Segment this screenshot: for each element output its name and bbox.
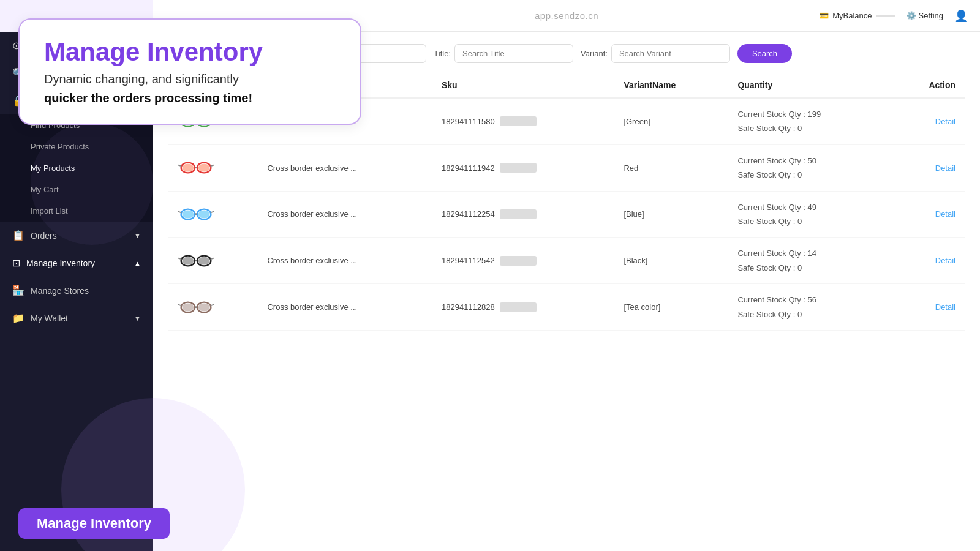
detail-link[interactable]: Detail	[935, 302, 956, 312]
header-actions: 💳 MyBalance ⚙️ Setting 👤	[819, 9, 968, 23]
detail-link[interactable]: Detail	[935, 163, 956, 173]
sidebar-item-manage-stores[interactable]: 🏪 Manage Stores	[0, 277, 153, 304]
sidebar-item-manage-stores-label: Manage Stores	[31, 286, 141, 296]
sku-blur	[500, 209, 537, 219]
svg-line-19	[178, 211, 181, 212]
chevron-up-icon-2: ▲	[134, 260, 141, 267]
action-cell: Detail	[892, 191, 965, 238]
sku-cell: 182941112254	[432, 191, 614, 238]
action-cell: Detail	[892, 144, 965, 191]
title-input[interactable]	[454, 44, 573, 63]
svg-point-10	[183, 164, 194, 172]
sidebar-item-private-products[interactable]: Private Products	[0, 136, 153, 157]
sku-blur	[500, 116, 537, 126]
product-submenu: Find Products Private Products My Produc…	[0, 114, 153, 222]
user-icon[interactable]: 👤	[954, 9, 968, 23]
sku-prefix: 182941111580	[442, 117, 495, 126]
title-cell: Cross border exclusive ...	[257, 284, 432, 331]
svg-point-24	[183, 257, 194, 264]
col-sku: Sku	[432, 73, 614, 98]
chevron-down-icon: ▼	[134, 232, 141, 239]
current-stock: Current Stock Qty : 50	[737, 154, 881, 168]
svg-line-12	[178, 165, 181, 166]
wallet-icon: 💳	[819, 11, 829, 20]
table-row: Cross border exclusive ... 182941112542 …	[168, 238, 965, 284]
sku-blur	[500, 302, 537, 312]
product-cell	[168, 284, 257, 331]
manage-stores-icon: 🏪	[12, 285, 24, 296]
current-stock: Current Stock Qty : 14	[737, 246, 881, 260]
variant-cell: [Tea color]	[614, 284, 728, 331]
title-cell: Cross border exclusive ...	[257, 144, 432, 191]
sku-prefix: 182941112254	[442, 209, 495, 219]
action-cell: Detail	[892, 238, 965, 284]
glasses-icon	[178, 203, 214, 225]
table-row: Cross border exclusive ... 182941112254 …	[168, 191, 965, 238]
svg-point-25	[198, 257, 210, 264]
balance-value	[876, 15, 895, 17]
svg-line-20	[211, 211, 214, 212]
svg-line-34	[211, 304, 214, 305]
wallet-icon-sidebar: 📁	[12, 312, 24, 324]
sku-cell: 182941111580	[432, 98, 614, 144]
setting-label: Setting	[919, 11, 943, 20]
my-balance-button[interactable]: 💳 MyBalance	[819, 11, 895, 20]
product-cell	[168, 144, 257, 191]
glasses-icon	[178, 157, 214, 179]
svg-line-33	[178, 304, 181, 305]
glasses-icon	[178, 250, 214, 272]
table-row: Cross border exclusive ... 182941112828 …	[168, 284, 965, 331]
setting-icon: ⚙️	[907, 11, 916, 20]
variant-filter-group: Variant:	[581, 44, 730, 63]
detail-link[interactable]: Detail	[935, 209, 956, 219]
svg-line-13	[211, 165, 214, 166]
sidebar-item-orders[interactable]: 📋 Orders ▼	[0, 222, 153, 249]
domain-label: app.sendzo.cn	[535, 10, 598, 21]
chevron-down-icon-2: ▼	[134, 315, 141, 322]
quantity-cell: Current Stock Qty : 14 Safe Stock Qty : …	[728, 238, 891, 284]
setting-button[interactable]: ⚙️ Setting	[907, 11, 943, 20]
quantity-cell: Current Stock Qty : 56 Safe Stock Qty : …	[728, 284, 891, 331]
action-cell: Detail	[892, 284, 965, 331]
svg-line-26	[178, 258, 181, 259]
sidebar-item-my-products[interactable]: My Products	[0, 157, 153, 179]
quantity-cell: Current Stock Qty : 50 Safe Stock Qty : …	[728, 144, 891, 191]
variant-input[interactable]	[611, 44, 730, 63]
title-label: Title:	[434, 49, 451, 58]
action-cell: Detail	[892, 98, 965, 144]
variant-label: Variant:	[581, 49, 608, 58]
variant-cell: [Black]	[614, 238, 728, 284]
svg-point-17	[183, 210, 194, 218]
svg-point-11	[198, 164, 210, 172]
col-variant: VariantName	[614, 73, 728, 98]
table-row: Cross border exclusive ... 182941111942 …	[168, 144, 965, 191]
sidebar-item-manage-inventory[interactable]: ⊡ Manage Inventory ▲	[0, 249, 153, 277]
product-cell	[168, 191, 257, 238]
current-stock: Current Stock Qty : 56	[737, 293, 881, 307]
safe-stock: Safe Stock Qty : 0	[737, 307, 881, 321]
svg-line-27	[211, 258, 214, 259]
variant-cell: [Blue]	[614, 191, 728, 238]
quantity-cell: Current Stock Qty : 199 Safe Stock Qty :…	[728, 98, 891, 144]
svg-point-32	[198, 303, 210, 311]
sku-cell: 182941112828	[432, 284, 614, 331]
variant-cell: [Green]	[614, 98, 728, 144]
promo-bold-text: quicker the orders processing time!	[44, 91, 336, 105]
search-button[interactable]: Search	[737, 44, 792, 63]
sidebar-item-my-wallet[interactable]: 📁 My Wallet ▼	[0, 304, 153, 332]
sidebar-item-orders-label: Orders	[31, 231, 128, 241]
col-quantity: Quantity	[728, 73, 891, 98]
svg-point-18	[198, 210, 210, 218]
sidebar-item-import-list[interactable]: Import List	[0, 200, 153, 222]
product-image	[178, 295, 214, 320]
detail-link[interactable]: Detail	[935, 117, 956, 126]
promo-title: Manage Inventory	[44, 38, 336, 66]
product-image	[178, 249, 214, 273]
sidebar-item-my-cart[interactable]: My Cart	[0, 179, 153, 200]
safe-stock: Safe Stock Qty : 0	[737, 261, 881, 275]
detail-link[interactable]: Detail	[935, 256, 956, 265]
variant-cell: Red	[614, 144, 728, 191]
orders-icon: 📋	[12, 230, 24, 241]
sku-prefix: 182941112828	[442, 302, 495, 312]
current-stock: Current Stock Qty : 49	[737, 200, 881, 214]
